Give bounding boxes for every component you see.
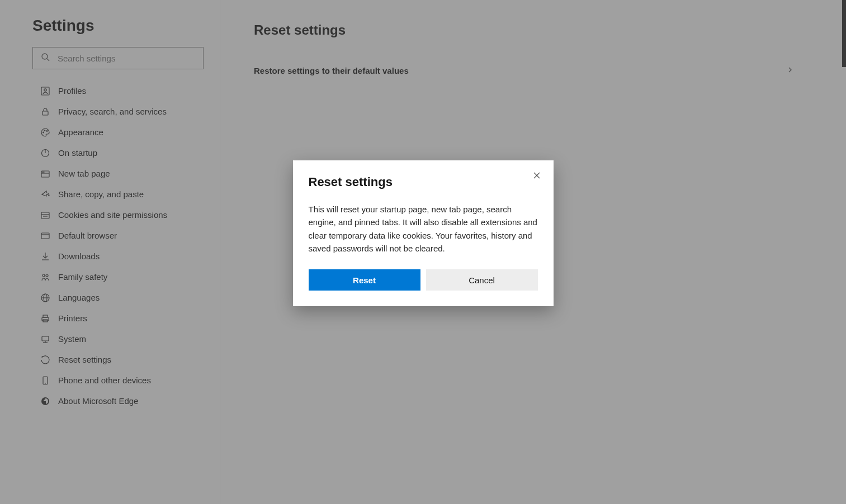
- dialog-body: This will reset your startup page, new t…: [309, 203, 538, 255]
- dialog-actions: Reset Cancel: [309, 269, 538, 291]
- cancel-button[interactable]: Cancel: [426, 269, 538, 291]
- close-icon: [533, 172, 541, 181]
- dialog-title: Reset settings: [309, 175, 538, 189]
- modal-overlay: Reset settings This will reset your star…: [0, 0, 846, 504]
- reset-button[interactable]: Reset: [309, 269, 420, 291]
- close-button[interactable]: [529, 168, 545, 184]
- reset-settings-dialog: Reset settings This will reset your star…: [293, 160, 554, 306]
- scrollbar-thumb[interactable]: [842, 0, 846, 67]
